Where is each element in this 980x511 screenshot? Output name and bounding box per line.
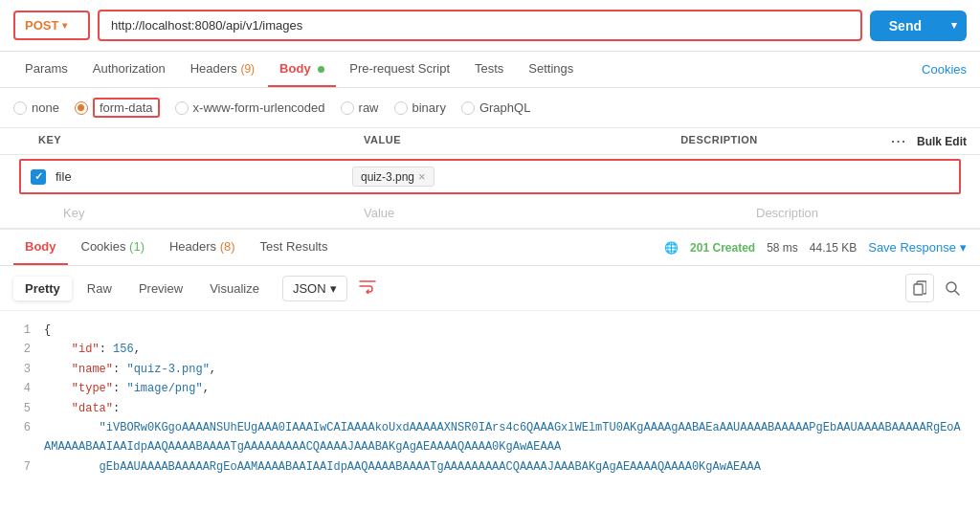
cookies-count: (1) xyxy=(129,239,145,254)
response-section: Body Cookies (1) Headers (8) Test Result… xyxy=(0,228,980,486)
row-value-file: quiz-3.png × xyxy=(352,167,739,187)
globe-icon: 🌐 xyxy=(664,241,679,255)
tab-body[interactable]: Body xyxy=(268,52,336,87)
radio-graphql[interactable]: GraphQL xyxy=(461,100,530,115)
radio-urlencoded-label: x-www-form-urlencoded xyxy=(193,100,325,115)
nav-tabs: Params Authorization Headers (9) Body Pr… xyxy=(0,52,980,88)
line-num: 1 xyxy=(13,321,31,340)
line-content: "type": "image/png", xyxy=(44,379,967,398)
file-name: quiz-3.png xyxy=(361,170,414,184)
response-status: 🌐 201 Created 58 ms 44.15 KB Save Respon… xyxy=(664,240,967,255)
radio-binary-dot xyxy=(394,101,408,115)
line-content: "name": "quiz-3.png", xyxy=(44,360,967,379)
form-row-wrapper: file quiz-3.png × xyxy=(0,155,980,198)
line-content: "id": 156, xyxy=(44,340,967,359)
radio-urlencoded-dot xyxy=(175,101,189,115)
save-response-chevron-icon: ▾ xyxy=(960,240,967,255)
radio-raw[interactable]: raw xyxy=(341,100,379,115)
radio-form-data[interactable]: form-data xyxy=(75,98,160,118)
search-button[interactable] xyxy=(938,274,967,302)
form-table-header: KEY VALUE DESCRIPTION ··· Bulk Edit xyxy=(0,128,980,155)
code-options: Pretty Raw Preview Visualize JSON ▾ xyxy=(0,266,980,311)
method-selector[interactable]: POST ▾ xyxy=(13,11,90,40)
resp-tab-test-results[interactable]: Test Results xyxy=(249,230,340,265)
form-row-empty: Key Value Description xyxy=(0,198,980,228)
cookies-link[interactable]: Cookies xyxy=(922,53,967,86)
resp-tab-cookies[interactable]: Cookies (1) xyxy=(70,230,156,265)
send-button[interactable]: Send ▾ xyxy=(870,11,967,41)
empty-value: Value xyxy=(364,206,756,220)
status-time: 58 ms xyxy=(767,241,798,255)
tab-params[interactable]: Params xyxy=(13,52,79,87)
radio-binary[interactable]: binary xyxy=(394,100,446,115)
radio-graphql-label: GraphQL xyxy=(479,100,530,115)
status-size: 44.15 KB xyxy=(810,241,857,255)
radio-binary-label: binary xyxy=(412,100,446,115)
save-response-button[interactable]: Save Response ▾ xyxy=(868,240,967,255)
code-tab-visualize[interactable]: Visualize xyxy=(198,277,271,300)
radio-raw-dot xyxy=(341,101,354,115)
format-chevron-icon: ▾ xyxy=(330,281,337,296)
line-num: 5 xyxy=(13,399,31,418)
row-checkbox[interactable] xyxy=(31,169,46,185)
code-tab-pretty[interactable]: Pretty xyxy=(13,277,72,300)
tab-authorization[interactable]: Authorization xyxy=(81,52,177,87)
row-key-file: file xyxy=(56,169,352,184)
url-input[interactable] xyxy=(98,10,862,41)
json-line-5: 5 "data": xyxy=(13,399,967,418)
radio-urlencoded[interactable]: x-www-form-urlencoded xyxy=(175,100,325,115)
radio-none-label: none xyxy=(32,100,59,115)
format-selector[interactable]: JSON ▾ xyxy=(282,276,347,301)
body-dot xyxy=(318,66,324,73)
json-line-1: 1 { xyxy=(13,321,967,340)
response-tabs: Body Cookies (1) Headers (8) Test Result… xyxy=(0,230,980,266)
tab-settings[interactable]: Settings xyxy=(517,52,585,87)
radio-none[interactable]: none xyxy=(13,100,59,115)
code-tab-preview[interactable]: Preview xyxy=(127,277,194,300)
copy-button[interactable] xyxy=(905,274,934,302)
radio-none-dot xyxy=(13,101,27,115)
status-code: 201 Created xyxy=(690,241,755,255)
tab-tests[interactable]: Tests xyxy=(463,52,515,87)
line-num: 4 xyxy=(13,379,31,398)
resp-tab-headers[interactable]: Headers (8) xyxy=(158,230,247,265)
col-desc-header: DESCRIPTION xyxy=(680,134,891,148)
bulk-edit-button[interactable]: Bulk Edit xyxy=(917,135,967,148)
radio-form-data-label: form-data xyxy=(93,98,160,118)
json-line-3: 3 "name": "quiz-3.png", xyxy=(13,360,967,379)
tab-pre-request[interactable]: Pre-request Script xyxy=(338,52,461,87)
code-tab-raw[interactable]: Raw xyxy=(76,277,123,300)
tab-headers[interactable]: Headers (9) xyxy=(179,52,266,87)
json-line-6: 6 "iVBORw0KGgoAAAANSUhEUgAAA0IAAAIwCAIAA… xyxy=(13,418,967,457)
method-chevron-icon: ▾ xyxy=(62,20,67,31)
wrap-button[interactable] xyxy=(351,274,384,302)
col-value-header: VALUE xyxy=(364,134,680,148)
form-row-file: file quiz-3.png × xyxy=(19,159,961,194)
resp-tab-body[interactable]: Body xyxy=(13,230,68,265)
more-options-button[interactable]: ··· xyxy=(891,134,907,148)
line-num: 3 xyxy=(13,360,31,379)
line-content: "iVBORw0KGgoAAAANSUhEUgAAA0IAAAIwCAIAAAA… xyxy=(44,418,967,457)
save-response-label: Save Response xyxy=(868,240,956,255)
headers-count: (8) xyxy=(220,239,235,254)
send-arrow-icon[interactable]: ▾ xyxy=(942,11,967,39)
line-content: "data": xyxy=(44,399,967,418)
json-line-7: 7 gEbAAUAAAABAAAAARgEoAAMAAAABAAIAAIdpAA… xyxy=(13,457,967,477)
col-key-header: KEY xyxy=(38,134,364,148)
file-remove-button[interactable]: × xyxy=(418,169,426,184)
svg-rect-0 xyxy=(914,284,923,295)
line-content: gEbAAUAAAABAAAAARgEoAAMAAAABAAIAAIdpAAQA… xyxy=(44,457,967,477)
line-num: 7 xyxy=(13,457,31,477)
top-bar: POST ▾ Send ▾ xyxy=(0,0,980,52)
empty-key: Key xyxy=(38,206,364,220)
radio-graphql-dot xyxy=(461,101,475,115)
radio-form-data-dot xyxy=(75,101,88,115)
line-num: 6 xyxy=(13,418,31,457)
send-label: Send xyxy=(870,11,941,41)
radio-raw-label: raw xyxy=(359,100,379,115)
col-actions-header: ··· Bulk Edit xyxy=(891,134,967,148)
method-label: POST xyxy=(25,18,58,33)
file-tag: quiz-3.png × xyxy=(352,167,434,187)
svg-point-1 xyxy=(947,282,956,292)
line-num: 2 xyxy=(13,340,31,359)
